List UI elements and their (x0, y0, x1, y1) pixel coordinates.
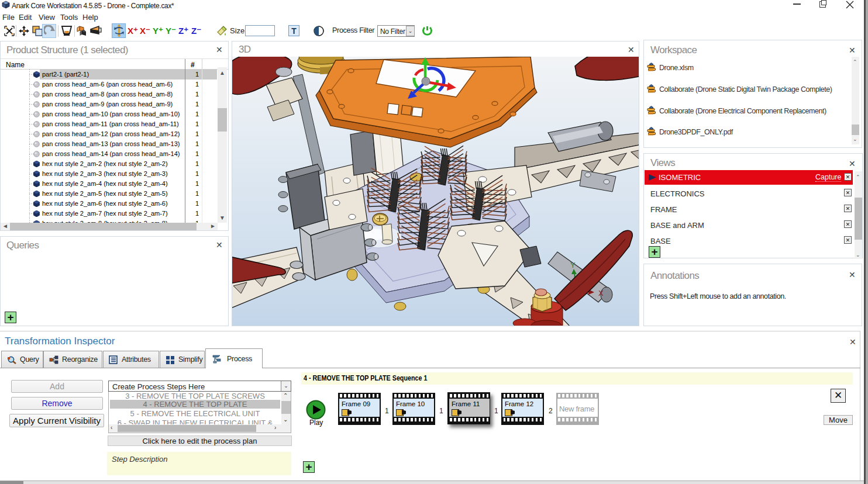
svg-text:Y: Y (570, 261, 576, 269)
svg-text:X: X (598, 289, 604, 298)
